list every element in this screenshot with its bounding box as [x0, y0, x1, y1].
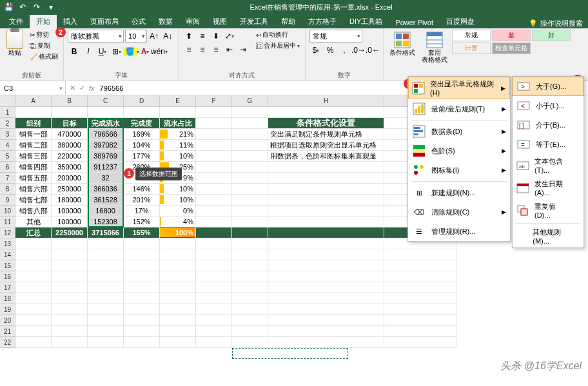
cell[interactable]: 16800 [88, 206, 124, 217]
cell[interactable]: 152% [124, 217, 160, 227]
cell[interactable] [232, 107, 268, 118]
cell[interactable] [52, 337, 88, 348]
cell[interactable] [196, 217, 232, 227]
cell[interactable] [268, 217, 384, 227]
select-all-corner[interactable] [0, 95, 15, 107]
cell[interactable]: 397082 [88, 140, 124, 151]
cell[interactable] [268, 206, 384, 217]
cell[interactable]: 100% [160, 227, 196, 238]
cell[interactable]: 用数据条，色阶和图标集来直观显 [268, 151, 384, 162]
decrease-font-icon[interactable]: A↓ [162, 30, 174, 43]
tab-help[interactable]: 帮助 [275, 15, 302, 28]
cell[interactable] [384, 337, 456, 348]
name-box[interactable]: C3 [0, 81, 66, 95]
cell[interactable] [268, 238, 384, 249]
font-size-combo[interactable]: 10 [125, 30, 146, 43]
cell[interactable] [160, 293, 196, 304]
cell[interactable]: 177% [124, 151, 160, 162]
cell[interactable] [88, 293, 124, 304]
italic-button[interactable]: I [82, 45, 95, 58]
cell[interactable] [15, 238, 52, 249]
cell[interactable]: 100000 [52, 206, 88, 217]
cell[interactable] [160, 260, 196, 271]
row-header-16[interactable]: 16 [0, 271, 15, 282]
cell[interactable] [52, 271, 88, 282]
row-header-4[interactable]: 4 [0, 140, 15, 151]
menu-iconsets[interactable]: 图标集(I)▶ [408, 160, 510, 180]
format-table-button[interactable]: 套用 表格格式 [420, 30, 449, 81]
cell[interactable]: 100000 [52, 217, 88, 227]
cell[interactable] [88, 315, 124, 326]
cell[interactable] [124, 260, 160, 271]
cell[interactable] [88, 282, 124, 293]
cell[interactable] [160, 315, 196, 326]
cell[interactable]: 152308 [88, 217, 124, 227]
cell[interactable] [268, 195, 384, 206]
cell[interactable]: 180000 [52, 195, 88, 206]
menu-manage-rules[interactable]: ☰ 管理规则(R)... [408, 222, 510, 241]
row-header-17[interactable]: 17 [0, 282, 15, 293]
cell[interactable] [160, 271, 196, 282]
cell[interactable] [15, 293, 52, 304]
cell[interactable] [15, 107, 52, 118]
cell[interactable]: 根据项目选取原则突出显示单元格 [268, 140, 384, 151]
cell[interactable] [15, 249, 52, 260]
row-header-7[interactable]: 7 [0, 173, 15, 184]
cell[interactable] [232, 217, 268, 227]
cell[interactable] [384, 304, 456, 315]
cell[interactable]: 组别 [15, 118, 52, 129]
cell[interactable]: 销售八部 [15, 206, 52, 217]
cell[interactable] [232, 227, 268, 238]
cell[interactable]: 其他 [15, 217, 52, 227]
cell[interactable] [268, 337, 384, 348]
cell[interactable] [268, 326, 384, 337]
cell[interactable]: 470000 [52, 129, 88, 140]
row-header-8[interactable]: 8 [0, 184, 15, 195]
cell[interactable] [232, 293, 268, 304]
merge-center-button[interactable]: ⿴合并后居中 [255, 41, 301, 51]
fill-color-button[interactable]: 🪣 [124, 45, 137, 58]
cell[interactable] [268, 260, 384, 271]
col-header-A[interactable]: A [15, 95, 52, 107]
cell[interactable] [232, 315, 268, 326]
cell[interactable] [232, 326, 268, 337]
cell[interactable]: 销售四部 [15, 162, 52, 173]
cell[interactable] [15, 282, 52, 293]
cell[interactable] [196, 293, 232, 304]
font-family-combo[interactable]: 微软雅黑 [68, 30, 124, 43]
phonetic-button[interactable]: wén [153, 45, 166, 58]
increase-decimal-icon[interactable]: .0→ [352, 44, 365, 57]
cell[interactable]: 361528 [88, 195, 124, 206]
col-header-C[interactable]: C [88, 95, 124, 107]
row-header-22[interactable]: 22 [0, 337, 15, 348]
cell[interactable] [232, 260, 268, 271]
cell[interactable] [160, 304, 196, 315]
row-header-10[interactable]: 10 [0, 206, 15, 217]
cell[interactable] [196, 206, 232, 217]
cell[interactable] [232, 271, 268, 282]
cell[interactable] [52, 304, 88, 315]
submenu-equal[interactable]: = 等于(E)... [513, 135, 583, 154]
row-header-12[interactable]: 12 [0, 227, 15, 238]
cell[interactable] [232, 140, 268, 151]
cell[interactable] [196, 140, 232, 151]
align-left-icon[interactable]: ≡ [182, 43, 195, 56]
tab-power[interactable]: Power Pivot [389, 17, 440, 28]
style-bad[interactable]: 差 [492, 30, 531, 41]
cell[interactable] [15, 337, 52, 348]
cell[interactable] [88, 304, 124, 315]
tab-review[interactable]: 审阅 [179, 15, 206, 28]
cell[interactable]: 2250000 [52, 227, 88, 238]
tab-dev[interactable]: 开发工具 [233, 15, 275, 28]
cell[interactable] [52, 238, 88, 249]
row-header-3[interactable]: 3 [0, 129, 15, 140]
submenu-other[interactable]: 其他规则(M)... [513, 225, 583, 247]
row-header-18[interactable]: 18 [0, 293, 15, 304]
cell[interactable] [52, 293, 88, 304]
underline-button[interactable]: U [96, 45, 109, 58]
align-center-icon[interactable]: ≡ [196, 43, 209, 56]
cell[interactable] [232, 337, 268, 348]
row-header-2[interactable]: 2 [0, 118, 15, 129]
cell[interactable] [384, 315, 456, 326]
cell[interactable] [196, 173, 232, 184]
